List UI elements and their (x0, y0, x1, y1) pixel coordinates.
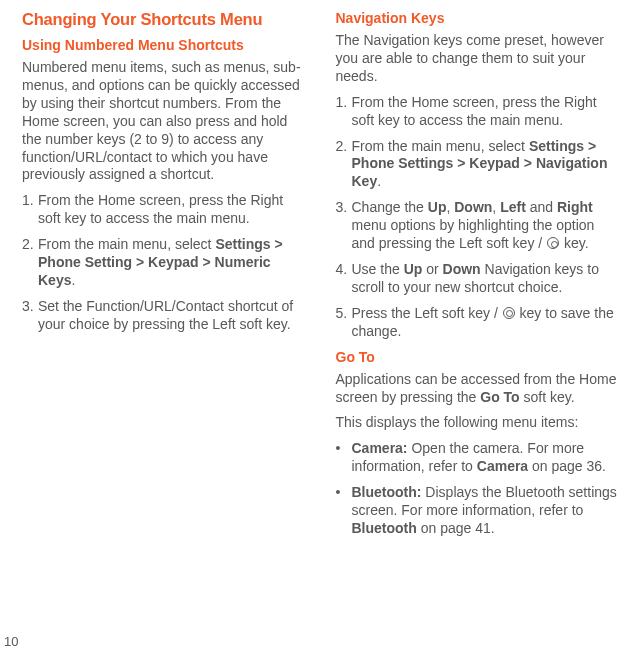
list-item: From the main menu, select Settings > Ph… (22, 236, 304, 290)
sub-goto: This displays the following menu items: (336, 414, 618, 432)
list-item: Change the Up, Down, Left and Right menu… (336, 199, 618, 253)
list-item: Camera: Open the camera. For more inform… (336, 440, 618, 476)
intro-navkeys: The Navigation keys come preset, however… (336, 32, 618, 86)
steps-numbered: From the Home screen, press the Right so… (22, 192, 304, 333)
left-column: Changing Your Shortcuts Menu Using Numbe… (22, 10, 304, 546)
list-item: From the Home screen, press the Right so… (336, 94, 618, 130)
intro-numbered: Numbered menu items, such as menus, sub-… (22, 59, 304, 184)
subheading-navkeys: Navigation Keys (336, 10, 618, 26)
subheading-numbered: Using Numbered Menu Shortcuts (22, 37, 304, 53)
ok-key-icon (547, 237, 559, 249)
goto-items: Camera: Open the camera. For more inform… (336, 440, 618, 538)
right-column: Navigation Keys The Navigation keys come… (336, 10, 618, 546)
list-item: From the Home screen, press the Right so… (22, 192, 304, 228)
section-heading-shortcuts: Changing Your Shortcuts Menu (22, 10, 304, 29)
list-item: Press the Left soft key / key to save th… (336, 305, 618, 341)
ok-key-icon (503, 307, 515, 319)
intro-goto: Applications can be accessed from the Ho… (336, 371, 618, 407)
list-item: Use the Up or Down Navigation keys to sc… (336, 261, 618, 297)
list-item: Set the Function/URL/Contact shortcut of… (22, 298, 304, 334)
subheading-goto: Go To (336, 349, 618, 365)
page-number: 10 (4, 634, 18, 649)
steps-navkeys: From the Home screen, press the Right so… (336, 94, 618, 341)
list-item: From the main menu, select Settings > Ph… (336, 138, 618, 192)
list-item: Bluetooth: Displays the Bluetooth settin… (336, 484, 618, 538)
page-columns: Changing Your Shortcuts Menu Using Numbe… (22, 10, 617, 546)
